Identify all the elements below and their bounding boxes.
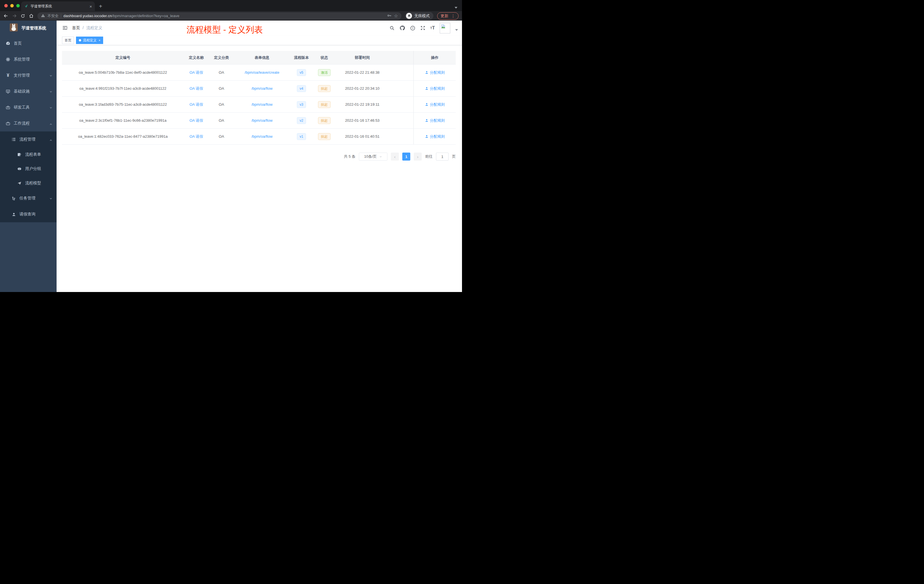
tag-home[interactable]: 首页 (62, 36, 74, 44)
sidebar-item-infra[interactable]: 基础设施 (0, 83, 56, 99)
user-icon (425, 102, 429, 106)
url-bar[interactable]: 不安全 dashboard.yudao.iocoder.cn/bpm/manag… (38, 12, 401, 20)
assign-rule-link[interactable]: 分配规则 (425, 102, 445, 107)
assign-rule-link[interactable]: 分配规则 (425, 70, 445, 75)
goto-page-input[interactable] (436, 153, 449, 160)
forward-icon[interactable] (12, 13, 17, 18)
browser-tab[interactable]: 芋道管理系统 × (21, 2, 95, 11)
col-header: 状态 (313, 55, 336, 60)
fullscreen-icon[interactable] (420, 25, 426, 31)
key-icon[interactable] (387, 13, 392, 19)
sidebar-item-label: 用户分组 (25, 166, 41, 172)
workflow-submenu: 流程管理 流程表单 用户分组 (0, 132, 56, 222)
page-size-select[interactable]: 10条/页 (359, 153, 388, 160)
definition-name-link[interactable]: OA 请假 (190, 86, 203, 91)
minimize-window-button[interactable] (10, 4, 14, 7)
reload-icon[interactable] (21, 14, 25, 18)
zoom-window-button[interactable] (16, 4, 20, 7)
annotation-title: 流程模型 - 定义列表 (186, 24, 263, 36)
definition-category: OA (209, 102, 234, 107)
deploy-time: 2022-01-22 21:48:38 (336, 70, 389, 74)
list-tree-icon (12, 137, 16, 142)
table-row: oa_leave:5:004b710b-7b8a-11ec-8ef0-acde4… (62, 64, 456, 81)
user-icon (425, 71, 429, 74)
chevron-down-icon (49, 106, 53, 110)
sidebar-item-task-mgmt[interactable]: 任务管理 (0, 190, 56, 206)
breadcrumb: 首页 / 流程定义 (72, 25, 102, 31)
menu-dots-icon[interactable]: ⋮ (451, 14, 455, 18)
incognito-label: 无痕模式 (414, 13, 430, 18)
definition-name-link[interactable]: OA 请假 (190, 70, 203, 74)
sidebar-item-process-model[interactable]: 流程模型 (0, 176, 56, 190)
github-icon[interactable] (399, 25, 405, 31)
new-tab-button[interactable]: + (97, 3, 104, 10)
definition-table: 定义编号 定义名称 定义分类 表单信息 流程版本 状态 部署时间 操作 oa_l… (62, 51, 456, 145)
status-badge: 挂起 (318, 101, 330, 108)
main-area: 首页 / 流程定义 流程模型 - 定义列表 ? (56, 21, 462, 292)
form-link[interactable]: /bpm/oa/flow (251, 86, 272, 91)
tab-search-caret-icon[interactable] (455, 7, 457, 8)
toolbox-icon (6, 105, 10, 110)
robot-icon (17, 167, 22, 171)
status-badge: 挂起 (318, 117, 330, 124)
hamburger-icon[interactable] (62, 25, 68, 32)
avatar-broken-image-icon (441, 24, 446, 29)
version-badge: v2 (297, 117, 306, 124)
back-icon[interactable] (3, 13, 8, 18)
definition-name-link[interactable]: OA 请假 (190, 102, 203, 107)
sidebar-item-process-mgmt[interactable]: 流程管理 (0, 132, 56, 147)
sidebar-item-leave-query[interactable]: 请假查询 (0, 206, 56, 222)
home-icon[interactable] (29, 13, 34, 18)
sidebar-item-process-form[interactable]: 流程表单 (0, 147, 56, 162)
assign-rule-link[interactable]: 分配规则 (425, 86, 445, 91)
url-host: dashboard.yudao.iocoder.cn (63, 14, 112, 18)
org-tree-icon (12, 196, 16, 201)
sidebar-item-user-group[interactable]: 用户分组 (0, 162, 56, 176)
sidebar-item-payment[interactable]: ¥ 支付管理 (0, 68, 56, 83)
assign-rule-link[interactable]: 分配规则 (425, 134, 445, 139)
sidebar-item-system[interactable]: 系统管理 (0, 51, 56, 68)
definition-name-link[interactable]: OA 请假 (190, 118, 203, 122)
user-icon (425, 135, 429, 138)
form-link[interactable]: /bpm/oa/leave/create (244, 70, 279, 74)
current-page-button[interactable]: 1 (402, 153, 410, 160)
next-page-button[interactable]: › (414, 153, 422, 160)
breadcrumb-home[interactable]: 首页 (72, 25, 80, 31)
caret-down-icon[interactable] (455, 29, 458, 31)
form-link[interactable]: /bpm/oa/flow (251, 102, 272, 107)
help-icon[interactable]: ? (410, 25, 416, 31)
sidebar-logo[interactable]: 芋道管理系统 (0, 21, 56, 35)
sidebar-item-devtools[interactable]: 研发工具 (0, 99, 56, 115)
version-badge: v4 (297, 85, 306, 92)
sidebar-item-home[interactable]: 首页 (0, 35, 56, 51)
user-icon (12, 212, 16, 216)
briefcase-icon (6, 121, 10, 126)
tag-close-icon[interactable]: × (99, 37, 100, 44)
tag-process-definition[interactable]: 流程定义 × (76, 36, 103, 44)
definition-id: oa_leave:2:3c1f0ef1-76b1-11ec-9c66-a2380… (62, 118, 184, 122)
user-avatar[interactable] (440, 23, 450, 33)
navbar-actions: ? TT (389, 21, 458, 35)
incognito-badge: 无痕模式 (405, 12, 434, 20)
form-link[interactable]: /bpm/oa/flow (251, 118, 272, 122)
close-window-button[interactable] (4, 4, 8, 7)
tab-close-icon[interactable]: × (89, 4, 92, 9)
definition-category: OA (209, 118, 234, 122)
search-icon[interactable] (389, 25, 394, 31)
navbar: 首页 / 流程定义 流程模型 - 定义列表 ? (56, 21, 462, 35)
form-link[interactable]: /bpm/oa/flow (251, 134, 272, 139)
update-button[interactable]: 更新 ⋮ (437, 12, 459, 20)
bookmark-star-icon[interactable]: ☆ (394, 14, 398, 18)
yen-icon: ¥ (6, 73, 10, 78)
sidebar-item-workflow[interactable]: 工作流程 (0, 115, 56, 132)
text-size-icon[interactable]: TT (430, 25, 435, 31)
warning-icon (41, 13, 45, 18)
col-header: 定义编号 (62, 55, 184, 60)
pagination: 共 5 条 10条/页 ‹ 1 › 前往 页 (344, 153, 456, 160)
url-path: /bpm/manager/definition?key=oa_leave (112, 14, 180, 18)
assign-rule-link[interactable]: 分配规则 (425, 118, 445, 123)
active-dot-icon (79, 39, 81, 41)
prev-page-button[interactable]: ‹ (391, 153, 399, 160)
definition-name-link[interactable]: OA 请假 (190, 134, 203, 139)
breadcrumb-separator: / (82, 25, 84, 31)
